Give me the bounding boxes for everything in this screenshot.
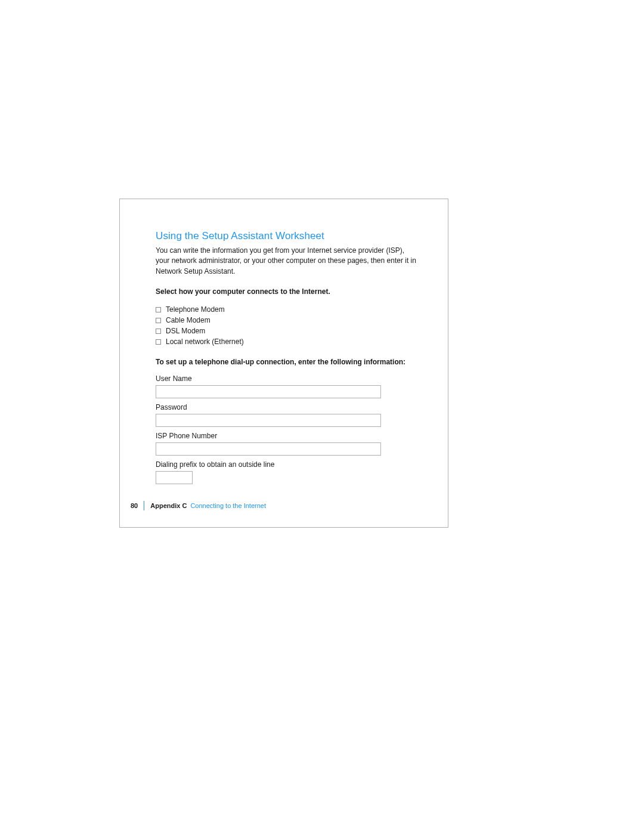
option-local-network: Local network (Ethernet) [156, 336, 418, 347]
option-cable-modem: Cable Modem [156, 315, 418, 326]
content-area: Using the Setup Assistant Worksheet You … [156, 230, 418, 489]
option-label: DSL Modem [166, 326, 205, 336]
user-name-label: User Name [156, 374, 418, 383]
checkbox-icon[interactable] [156, 329, 161, 334]
connection-options: Telephone Modem Cable Modem DSL Modem Lo… [156, 304, 418, 347]
field-password: Password [156, 403, 418, 427]
intro-paragraph: You can write the information you get fr… [156, 246, 418, 277]
option-label: Cable Modem [166, 315, 210, 326]
isp-phone-label: ISP Phone Number [156, 432, 418, 440]
password-label: Password [156, 403, 418, 411]
footer-divider [144, 501, 144, 510]
page-number: 80 [128, 502, 144, 509]
checkbox-icon[interactable] [156, 318, 161, 323]
checkbox-icon[interactable] [156, 339, 161, 345]
page-footer: 80 Appendix C Connecting to the Internet [128, 501, 266, 510]
dialing-prefix-label: Dialing prefix to obtain an outside line [156, 460, 418, 469]
password-input[interactable] [156, 414, 381, 427]
isp-phone-input[interactable] [156, 442, 381, 456]
select-heading: Select how your computer connects to the… [156, 287, 418, 296]
option-label: Local network (Ethernet) [166, 336, 244, 347]
dialing-prefix-input[interactable] [156, 471, 193, 484]
footer-chapter: Connecting to the Internet [190, 502, 266, 509]
checkbox-icon[interactable] [156, 307, 161, 312]
option-label: Telephone Modem [166, 304, 225, 315]
field-user-name: User Name [156, 374, 418, 398]
option-telephone-modem: Telephone Modem [156, 304, 418, 315]
section-title: Using the Setup Assistant Worksheet [156, 230, 418, 242]
page-frame: Using the Setup Assistant Worksheet You … [119, 199, 448, 528]
dialup-heading: To set up a telephone dial-up connection… [156, 358, 418, 366]
field-dialing-prefix: Dialing prefix to obtain an outside line [156, 460, 418, 484]
field-isp-phone: ISP Phone Number [156, 432, 418, 456]
footer-appendix: Appendix C [150, 502, 187, 509]
user-name-input[interactable] [156, 385, 381, 398]
option-dsl-modem: DSL Modem [156, 326, 418, 336]
